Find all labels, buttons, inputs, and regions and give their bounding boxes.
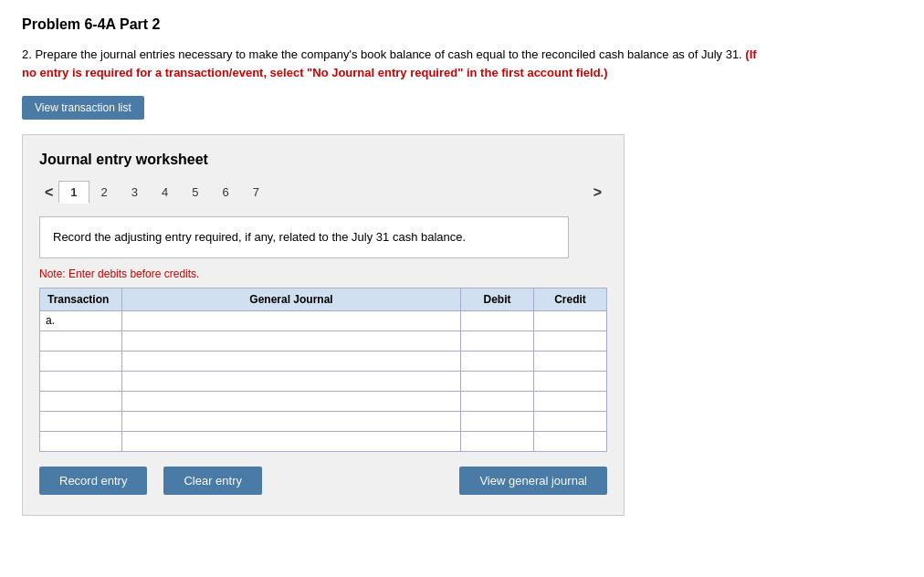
credit-cell-6[interactable] (534, 411, 607, 431)
credit-input-6[interactable] (534, 412, 606, 431)
table-row (40, 351, 607, 371)
row-label-5 (40, 391, 122, 411)
tab-prev-arrow[interactable]: < (39, 183, 58, 203)
journal-cell-7[interactable] (122, 431, 461, 451)
col-header-debit: Debit (461, 288, 534, 310)
journal-input-5[interactable] (122, 392, 460, 411)
debit-cell-6[interactable] (461, 411, 534, 431)
debit-cell-7[interactable] (461, 431, 534, 451)
row-label-2 (40, 330, 122, 351)
debit-cell-4[interactable] (461, 371, 534, 391)
table-row (40, 431, 607, 451)
debit-input-4[interactable] (461, 372, 533, 391)
debit-input-3[interactable] (461, 351, 533, 371)
table-row (40, 411, 607, 431)
journal-input-3[interactable] (122, 351, 460, 371)
credit-input-7[interactable] (534, 432, 606, 451)
instruction-box: Record the adjusting entry required, if … (39, 216, 569, 258)
record-entry-button[interactable]: Record entry (39, 467, 147, 495)
journal-cell-6[interactable] (122, 411, 461, 431)
journal-input-7[interactable] (122, 432, 460, 451)
row-label-3 (40, 351, 122, 371)
debit-input-1[interactable] (461, 311, 533, 330)
debit-input-2[interactable] (461, 331, 533, 351)
view-general-journal-button[interactable]: View general journal (459, 467, 607, 495)
note-text: Note: Enter debits before credits. (39, 268, 607, 280)
debit-cell-2[interactable] (461, 330, 534, 351)
credit-input-5[interactable] (534, 392, 606, 411)
credit-input-3[interactable] (534, 351, 606, 371)
clear-entry-button[interactable]: Clear entry (163, 467, 262, 495)
tab-3[interactable]: 3 (120, 181, 150, 204)
credit-input-4[interactable] (534, 372, 606, 391)
journal-cell-3[interactable] (122, 351, 461, 371)
table-row (40, 391, 607, 411)
tab-6[interactable]: 6 (211, 181, 241, 204)
journal-cell-2[interactable] (122, 330, 461, 351)
table-row (40, 371, 607, 391)
instructions: 2. Prepare the journal entries necessary… (22, 46, 771, 81)
instructions-prefix: 2. Prepare the journal entries necessary… (22, 47, 745, 61)
credit-cell-5[interactable] (534, 391, 607, 411)
tab-5[interactable]: 5 (180, 181, 210, 204)
worksheet-container: Journal entry worksheet < 1 2 3 4 5 6 7 … (22, 134, 625, 516)
table-row (40, 330, 607, 351)
tab-1[interactable]: 1 (58, 181, 89, 204)
col-header-transaction: Transaction (40, 288, 122, 310)
page-title: Problem 6-4A Part 2 (22, 16, 902, 33)
debit-input-7[interactable] (461, 432, 533, 451)
debit-input-5[interactable] (461, 392, 533, 411)
row-label-6 (40, 411, 122, 431)
journal-input-6[interactable] (122, 412, 460, 431)
credit-cell-3[interactable] (534, 351, 607, 371)
worksheet-title: Journal entry worksheet (39, 152, 607, 168)
col-header-credit: Credit (534, 288, 607, 310)
journal-cell-4[interactable] (122, 371, 461, 391)
journal-input-4[interactable] (122, 372, 460, 391)
journal-cell-5[interactable] (122, 391, 461, 411)
credit-cell-2[interactable] (534, 330, 607, 351)
debit-cell-5[interactable] (461, 391, 534, 411)
row-label-4 (40, 371, 122, 391)
credit-input-2[interactable] (534, 331, 606, 351)
tab-navigation: < 1 2 3 4 5 6 7 > (39, 181, 607, 204)
debit-input-6[interactable] (461, 412, 533, 431)
journal-input-1[interactable] (122, 311, 460, 330)
journal-input-2[interactable] (122, 331, 460, 351)
debit-cell-1[interactable] (461, 310, 534, 330)
credit-cell-4[interactable] (534, 371, 607, 391)
journal-table: Transaction General Journal Debit Credit… (39, 288, 607, 452)
credit-cell-1[interactable] (534, 310, 607, 330)
tab-4[interactable]: 4 (150, 181, 180, 204)
col-header-general-journal: General Journal (122, 288, 461, 310)
credit-input-1[interactable] (534, 311, 606, 330)
tab-next-arrow[interactable]: > (588, 183, 607, 203)
debit-cell-3[interactable] (461, 351, 534, 371)
view-transaction-button[interactable]: View transaction list (22, 96, 144, 120)
journal-cell-1[interactable] (122, 310, 461, 330)
button-row: Record entry Clear entry View general jo… (39, 467, 607, 495)
tab-2[interactable]: 2 (89, 181, 120, 204)
row-label-a: a. (40, 310, 122, 330)
table-row: a. (40, 310, 607, 330)
row-label-7 (40, 431, 122, 451)
credit-cell-7[interactable] (534, 431, 607, 451)
tab-7[interactable]: 7 (241, 181, 271, 204)
